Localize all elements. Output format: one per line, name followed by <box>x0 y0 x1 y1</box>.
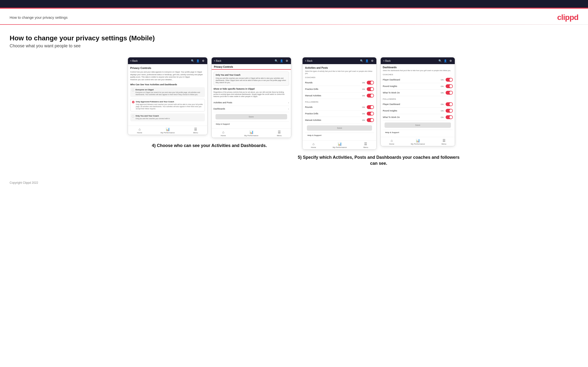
mockup-bottom-nav-2: ⌂ Home 📊 My Performance ☰ Menu <box>212 128 291 138</box>
practice-follower-toggle[interactable] <box>367 112 374 116</box>
bottom-nav-performance-1[interactable]: 📊 My Performance <box>161 127 175 134</box>
menu-icon-3: ☰ <box>364 142 367 146</box>
settings-icon-1[interactable]: ⚙ <box>201 59 205 62</box>
manual-follower-on: ON <box>362 119 365 121</box>
help-support-4: Help & Support <box>383 130 453 135</box>
activities-posts-row[interactable]: Activities and Posts › <box>214 100 289 106</box>
bottom-nav-home-3[interactable]: ⌂ Home <box>311 142 316 149</box>
footer: Copyright Clippd 2022 <box>0 176 588 189</box>
back-btn-3[interactable]: < Back <box>305 59 312 62</box>
home-icon-2: ⌂ <box>222 130 224 134</box>
manual-coach-on: ON <box>362 95 365 97</box>
bottom-nav-menu-3[interactable]: ☰ Menu <box>363 142 368 149</box>
chart-icon-1: 📊 <box>166 127 170 131</box>
mockup-nav-4: < Back 🔍 👤 ⚙ <box>381 57 455 64</box>
practice-coach-on: ON <box>362 88 365 90</box>
save-btn-4[interactable]: Save <box>385 123 451 128</box>
person-icon-4[interactable]: 👤 <box>444 59 447 62</box>
settings-icon-2[interactable]: ⚙ <box>285 59 289 62</box>
menu-icon-4: ☰ <box>442 139 446 142</box>
popup-title: Only You and Your Coach <box>216 74 287 76</box>
back-btn-2[interactable]: < Back <box>214 59 222 62</box>
round-insights-coach-toggle[interactable] <box>446 84 453 88</box>
save-btn-2[interactable]: Save <box>216 114 287 119</box>
practice-drills-follower-row: Practice Drills ON <box>305 110 374 117</box>
dashboards-row[interactable]: Dashboards › <box>214 106 289 112</box>
bottom-nav-menu-4[interactable]: ☰ Menu <box>441 139 446 145</box>
what-to-work-follower-toggle[interactable] <box>446 115 453 119</box>
rounds-follower-toggle[interactable] <box>367 105 374 109</box>
what-to-work-follower-on: ON <box>441 116 444 118</box>
radio-content-everyone: Everyone on Clippd Everyone on Clippd ca… <box>136 89 203 96</box>
radio-option-approved[interactable]: Only Approved Followers and Your Coach O… <box>130 99 205 111</box>
caption-4: 4) Choose who can see your Activities an… <box>152 143 267 149</box>
manual-coach-toggle[interactable] <box>367 94 374 98</box>
activities-posts-title: Activities and Posts <box>305 67 374 69</box>
what-to-work-coach-toggle[interactable] <box>446 91 453 95</box>
back-btn-4[interactable]: < Back <box>383 59 390 62</box>
settings-icon-4[interactable]: ⚙ <box>449 59 452 62</box>
back-btn-1[interactable]: < Back <box>130 59 138 62</box>
chart-icon-4: 📊 <box>416 139 420 142</box>
two-phone-row: < Back 🔍 👤 ⚙ Privacy Controls Control ho… <box>128 57 291 138</box>
popup-desc: Only you and the coaches you connect wit… <box>216 77 287 83</box>
radio-circle-only-you <box>132 115 134 117</box>
followers-label-3: FOLLOWERS <box>305 101 374 103</box>
player-dash-coach-toggle[interactable] <box>446 78 453 82</box>
player-dash-follower-toggle[interactable] <box>446 102 453 106</box>
followers-label-4: FOLLOWERS <box>383 98 453 100</box>
chevron-activities: › <box>288 101 289 104</box>
nav-icons-4: 🔍 👤 ⚙ <box>438 59 452 62</box>
dashboards-desc: Select the dashboards that you'd like to… <box>383 69 453 72</box>
phone-mockup-1: < Back 🔍 👤 ⚙ Privacy Controls Control ho… <box>128 57 208 135</box>
mockup-group-right: < Back 🔍 👤 ⚙ Activities and Posts Select… <box>297 57 460 167</box>
bottom-nav-home-1[interactable]: ⌂ Home <box>137 127 142 134</box>
search-icon-4[interactable]: 🔍 <box>438 59 442 62</box>
what-to-work-on-coach-row: What To Work On ON <box>383 90 453 96</box>
player-dashboard-follower-row: Player Dashboard ON <box>383 101 453 108</box>
home-icon-1: ⌂ <box>138 127 140 131</box>
rounds-coach-toggle[interactable] <box>367 81 374 84</box>
two-phone-row-right: < Back 🔍 👤 ⚙ Activities and Posts Select… <box>302 57 455 150</box>
search-icon-3[interactable]: 🔍 <box>360 59 363 62</box>
round-insights-coach-row: Round Insights ON <box>383 83 453 90</box>
bottom-nav-performance-2[interactable]: 📊 My Performance <box>244 130 259 137</box>
bottom-nav-home-2[interactable]: ⌂ Home <box>221 130 226 137</box>
chart-icon-2: 📊 <box>249 130 253 134</box>
search-icon-1[interactable]: 🔍 <box>191 59 194 62</box>
radio-option-everyone[interactable]: Everyone on Clippd Everyone on Clippd ca… <box>130 87 205 97</box>
bottom-nav-home-4[interactable]: ⌂ Home <box>389 139 394 145</box>
manual-activities-follower-row: Manual Activities ON <box>305 117 374 124</box>
person-icon-1[interactable]: 👤 <box>196 59 200 62</box>
manual-follower-toggle[interactable] <box>367 118 374 122</box>
radio-option-only-you[interactable]: Only You and Your Coach Only you and the… <box>130 113 205 121</box>
nav-icons-1: 🔍 👤 ⚙ <box>191 59 205 62</box>
rounds-coach-on: ON <box>362 82 365 84</box>
person-icon-2[interactable]: 👤 <box>280 59 283 62</box>
home-icon-3: ⌂ <box>312 142 314 146</box>
practice-coach-toggle[interactable] <box>367 87 374 91</box>
player-dashboard-coach-row: Player Dashboard ON <box>383 77 453 83</box>
settings-icon-3[interactable]: ⚙ <box>371 59 374 62</box>
chart-icon-3: 📊 <box>338 142 342 146</box>
round-insights-follower-toggle[interactable] <box>446 109 453 113</box>
screen1-body: Control how you and your data appears to… <box>130 71 205 81</box>
save-btn-3[interactable]: Save <box>307 125 372 131</box>
mockup-nav-3: < Back 🔍 👤 ⚙ <box>303 57 376 64</box>
menu-icon-1: ☰ <box>194 127 197 131</box>
player-dash-follower-on: ON <box>441 103 444 105</box>
practice-follower-on: ON <box>362 113 365 115</box>
bottom-nav-performance-4[interactable]: 📊 My Performance <box>411 139 425 145</box>
screen2-tab[interactable]: Privacy Controls <box>214 64 233 69</box>
bottom-nav-performance-3[interactable]: 📊 My Performance <box>333 142 347 149</box>
person-icon-3[interactable]: 👤 <box>365 59 369 62</box>
mockup-group-left: < Back 🔍 👤 ⚙ Privacy Controls Control ho… <box>128 57 291 149</box>
mockup-nav-1: < Back 🔍 👤 ⚙ <box>128 57 207 64</box>
mockup-bottom-nav-3: ⌂ Home 📊 My Performance ☰ Menu <box>303 140 376 149</box>
bottom-nav-menu-1[interactable]: ☰ Menu <box>193 127 198 134</box>
mockups-row: < Back 🔍 👤 ⚙ Privacy Controls Control ho… <box>10 57 578 167</box>
bottom-nav-menu-2[interactable]: ☰ Menu <box>277 130 282 137</box>
caption-5: 5) Specify which Activities, Posts and D… <box>297 154 460 167</box>
search-icon-2[interactable]: 🔍 <box>275 59 278 62</box>
manual-activities-coach-row: Manual Activities ON <box>305 92 374 99</box>
